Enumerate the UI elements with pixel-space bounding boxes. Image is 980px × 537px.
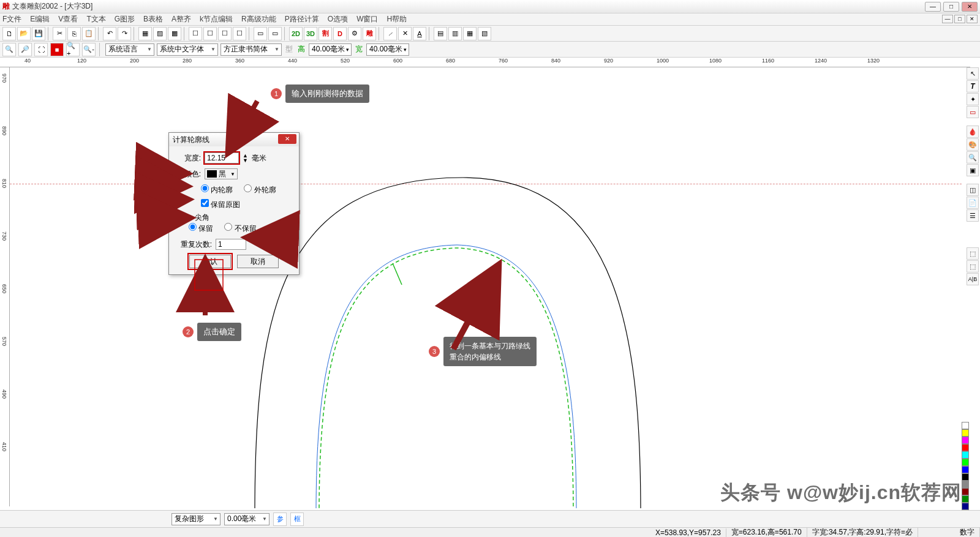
carve-d-button[interactable]: D [333,27,347,40]
color-palette[interactable] [962,422,969,510]
radio-nokeep-corner[interactable]: 不保留 [224,223,256,234]
radio-keep-corner[interactable]: 保留 [189,223,213,234]
color-tool[interactable]: 🎨 [967,138,979,151]
right-toolbar: ↖ T ✦ ▭ 🩸 🎨 🔍 ▣ ◫ 📄 ☰ ⬚ ⬚ A|B [967,67,980,285]
text-tool[interactable]: T [967,80,979,92]
menu-options[interactable]: O选项 [328,14,348,24]
text1-button[interactable]: ▭ [254,27,267,40]
toggle2-button[interactable]: ☐ [203,27,217,40]
path-tool-button[interactable]: ⚙ [348,27,361,40]
zoom-plus-button[interactable]: 🔍+ [66,43,80,56]
open-button[interactable]: 📂 [17,27,31,40]
canvas[interactable] [10,67,962,506]
width-field[interactable] [205,152,239,163]
menu-table[interactable]: B表格 [143,14,163,24]
app-icon: 雕 [2,1,10,12]
group-tool[interactable]: ⬚ [967,247,979,260]
callout-1: 1 输入刚刚测得的数据 [271,84,369,103]
zoom-in-button[interactable]: 🔍 [2,43,16,56]
titlebar: 雕 文泰雕刻2002 - [大字3D] — □ ✕ [0,0,980,13]
snap2-button[interactable]: ▨ [153,27,167,40]
snap-button[interactable]: ▦ [138,27,152,40]
cut-button[interactable]: ✂ [53,27,66,40]
font-style-combo[interactable]: 方正隶书简体 [221,43,282,56]
undo-button[interactable]: ↶ [103,27,116,40]
path1-button[interactable]: ⟋ [383,27,397,40]
frame-button[interactable]: 框 [290,513,304,526]
3d-button[interactable]: 3D [304,27,317,40]
zoom-minus-button[interactable]: 🔍- [82,43,96,56]
text2-button[interactable]: ▭ [268,27,282,40]
menu-file[interactable]: F文件 [2,14,21,24]
contour-dialog: 计算轮廓线 ✕ 宽度: ▲▼ 毫米 颜色: 黑 内轮廓 外轮廓 保留原图 尖角 … [168,132,300,275]
radio-inner[interactable]: 内轮廓 [201,184,233,195]
layers-tool[interactable]: ☰ [967,209,979,222]
cutpath-button[interactable]: 割 [318,27,332,40]
node-tool[interactable]: ✦ [967,93,979,105]
minimize-button[interactable]: — [925,2,941,12]
fill-tool[interactable]: 🩸 [967,126,979,138]
badge-3: 3 [429,346,440,357]
height-input[interactable]: 40.00毫米 [309,43,352,56]
copy-button[interactable]: ⎘ [67,27,81,40]
menu-help[interactable]: H帮助 [386,14,407,24]
toggle4-button[interactable]: ☐ [233,27,246,40]
doc-max-button[interactable]: □ [954,15,965,23]
width-input[interactable]: 40.00毫米 [366,43,409,56]
path3-button[interactable]: A [413,27,426,40]
zoom-tool[interactable]: 🔍 [967,151,979,163]
layout2-button[interactable]: ▥ [448,27,462,40]
menu-path-calc[interactable]: P路径计算 [285,14,319,24]
layout1-button[interactable]: ▤ [434,27,447,40]
redo-button[interactable]: ↷ [118,27,131,40]
paste-button[interactable]: 📋 [82,27,96,40]
layout3-button[interactable]: ▦ [463,27,477,40]
artwork [10,67,898,508]
save-button[interactable]: 💾 [32,27,45,40]
carve-button[interactable]: 雕 [363,27,376,40]
keep-original-check[interactable]: 保留原图 [201,200,240,209]
menu-graphics[interactable]: G图形 [115,14,135,24]
menu-edit[interactable]: E编辑 [30,14,50,24]
ab-tool[interactable]: A|B [967,273,979,285]
arrow-tool[interactable]: ↖ [967,67,979,80]
toggle1-button[interactable]: ☐ [189,27,202,40]
dialog-close-button[interactable]: ✕ [278,134,296,144]
menu-align[interactable]: A整齐 [172,14,191,24]
dialog-titlebar[interactable]: 计算轮廓线 ✕ [169,133,299,146]
menu-node-edit[interactable]: k节点编辑 [200,14,233,24]
menu-view[interactable]: V查看 [58,14,78,24]
zoom-out-button[interactable]: 🔎 [18,43,32,56]
menu-text[interactable]: T文本 [86,14,105,24]
toggle3-button[interactable]: ☐ [218,27,232,40]
doc-min-button[interactable]: — [942,15,953,23]
ungroup-tool[interactable]: ⬚ [967,260,979,272]
ok-button[interactable]: 确认 [189,255,231,268]
color-select[interactable]: 黑 [205,168,238,179]
flip-tool[interactable]: ◫ [967,184,979,196]
radio-outer[interactable]: 外轮廓 [244,184,276,195]
zoom-fit-button[interactable]: ⛶ [34,43,48,56]
menu-advanced[interactable]: R高级功能 [241,14,276,24]
cancel-button[interactable]: 取消 [237,255,279,268]
snap3-button[interactable]: ▩ [168,27,181,40]
page-tool[interactable]: 📄 [967,197,979,209]
repeat-field[interactable] [216,239,246,250]
path2-button[interactable]: ✕ [398,27,412,40]
maximize-button[interactable]: □ [943,2,959,12]
new-button[interactable]: 🗋 [2,27,16,40]
rect-tool[interactable]: ▭ [967,106,979,118]
shape-combo[interactable]: 复杂图形 [172,513,221,525]
doc-window-buttons: — □ ✕ [942,15,978,23]
doc-close-button[interactable]: ✕ [967,15,978,23]
param-button[interactable]: 参 [273,513,287,526]
2d-button[interactable]: 2D [289,27,303,40]
zoom-red-button[interactable]: ■ [50,43,64,56]
menu-window[interactable]: W窗口 [356,14,378,24]
language-combo[interactable]: 系统语言 [105,43,154,56]
measure-tool[interactable]: ▣ [967,164,979,176]
dist-combo[interactable]: 0.00毫米 [224,513,270,525]
font-family-combo[interactable]: 系统中文字体 [157,43,218,56]
close-button[interactable]: ✕ [962,2,978,12]
layout4-button[interactable]: ▧ [478,27,491,40]
